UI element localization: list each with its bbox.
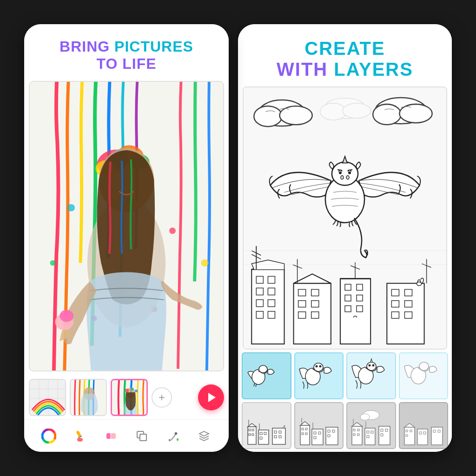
svg-point-28 [131,388,134,390]
svg-point-53 [332,162,358,185]
layer-city-4[interactable] [399,402,449,449]
play-button[interactable] [198,384,224,410]
bottom-toolbar [24,419,229,452]
color-wheel-button[interactable] [40,428,57,444]
sketch-canvas [243,86,447,350]
play-icon [208,393,216,402]
left-header: BRING PICTURES TO LIFE [24,24,229,77]
svg-rect-35 [106,433,111,439]
svg-point-61 [346,176,349,179]
brush-button[interactable] [72,428,88,444]
svg-point-27 [125,389,129,392]
svg-point-7 [169,227,176,234]
layers-grid [238,350,452,452]
svg-point-121 [419,362,429,370]
pictures-text: PICTURES [110,38,193,55]
layer-dragon-3[interactable] [346,352,396,399]
svg-point-116 [367,362,376,370]
svg-point-118 [372,364,375,367]
svg-point-111 [314,363,323,371]
sketch-svg [244,87,446,349]
thumbnail-1[interactable] [29,379,66,416]
layer-city-2[interactable] [294,402,344,449]
create-text: CREATE [304,38,385,59]
life-text: LIFE [118,55,156,72]
svg-point-56 [339,172,342,174]
svg-point-51 [343,103,370,118]
svg-rect-75 [294,284,331,344]
thumbnail-strip: + [24,375,229,419]
layer-dragon-4[interactable] [399,352,449,399]
layer-city-1[interactable] [242,402,291,449]
left-image-area [29,81,224,371]
svg-point-6 [67,204,75,212]
eraser-button[interactable] [103,428,119,444]
svg-point-57 [348,172,351,174]
right-header: CREATE WITH LAYERS [238,24,452,86]
svg-point-9 [201,259,208,267]
bring-text: BRING [60,38,110,55]
left-title: BRING PICTURES TO LIFE [33,38,219,73]
main-container: BRING PICTURES TO LIFE [10,10,466,466]
svg-point-45 [280,106,312,125]
svg-point-44 [254,106,282,126]
svg-point-31 [46,434,51,438]
layer-dragon-2[interactable] [294,352,344,399]
svg-rect-94 [387,284,424,344]
svg-point-48 [399,104,432,123]
thumbnail-2[interactable] [70,379,107,416]
svg-point-117 [369,364,371,367]
layers-button[interactable] [196,428,212,444]
add-button[interactable]: + [152,387,172,408]
svg-point-60 [341,176,344,179]
fill-button[interactable] [165,428,181,444]
svg-point-47 [373,104,401,125]
rainbow-scene [30,82,223,370]
svg-point-8 [50,260,56,266]
layer-city-3[interactable] [346,402,396,449]
stamp-button[interactable] [133,428,150,444]
svg-rect-38 [140,434,146,441]
svg-point-108 [259,365,267,373]
svg-rect-162 [365,428,375,445]
svg-point-101 [417,282,422,285]
svg-point-15 [60,310,73,322]
layer-dragon-1[interactable] [242,352,291,399]
svg-point-112 [315,365,317,368]
phone-right: CREATE WITH LAYERS [238,24,452,452]
thumbnail-3[interactable] [111,379,148,416]
svg-rect-178 [417,429,428,445]
svg-point-172 [360,414,370,420]
to-text: TO [96,55,118,72]
layers-text: LAYERS [328,59,413,79]
with-text: WITH [277,59,328,79]
person-background [30,82,223,370]
right-title: CREATE WITH LAYERS [247,38,443,80]
phone-left: BRING PICTURES TO LIFE [24,24,229,452]
svg-point-113 [319,365,321,368]
svg-point-29 [135,390,138,392]
